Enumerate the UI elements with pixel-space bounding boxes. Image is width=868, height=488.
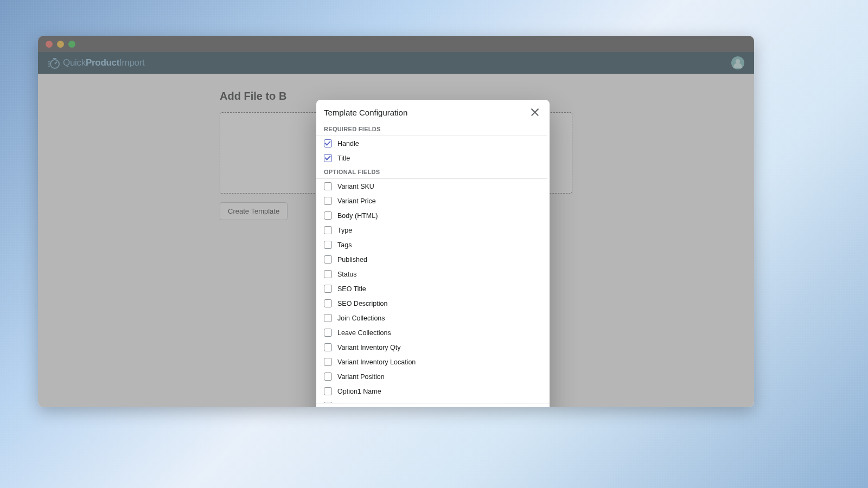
field-row[interactable]: Variant Inventory Qty xyxy=(316,340,547,355)
field-row[interactable]: Variant Position xyxy=(316,369,547,384)
field-row[interactable]: Status xyxy=(316,267,547,281)
field-row[interactable]: Handle xyxy=(316,136,547,151)
checkbox[interactable] xyxy=(324,182,332,190)
field-label: Variant Position xyxy=(337,373,385,381)
field-row[interactable]: Body (HTML) xyxy=(316,208,547,223)
field-label: Tags xyxy=(337,241,352,249)
field-label: Status xyxy=(337,271,356,278)
checkbox[interactable] xyxy=(324,314,332,322)
checkbox[interactable] xyxy=(324,402,332,403)
field-label: Handle xyxy=(337,140,359,147)
checkbox[interactable] xyxy=(324,299,332,307)
modal-body[interactable]: REQUIRED FIELDS HandleTitle OPTIONAL FIE… xyxy=(316,123,550,403)
field-label: Variant Inventory Location xyxy=(337,358,416,366)
field-label: Title xyxy=(337,155,350,162)
field-row[interactable]: Join Collections xyxy=(316,311,547,325)
checkbox[interactable] xyxy=(324,343,332,351)
checkbox[interactable] xyxy=(324,285,332,293)
field-row[interactable]: Variant Inventory Location xyxy=(316,355,547,369)
checkbox[interactable] xyxy=(324,139,332,147)
checkbox[interactable] xyxy=(324,154,332,162)
checkbox[interactable] xyxy=(324,270,332,278)
checkbox[interactable] xyxy=(324,211,332,220)
modal-footer: Select All Download Template xyxy=(316,403,550,407)
checkbox[interactable] xyxy=(324,387,332,395)
checkbox[interactable] xyxy=(324,255,332,264)
field-label: Published xyxy=(337,256,367,264)
field-label: Type xyxy=(337,227,352,234)
app-window: QuickProductImport Add File to B Create … xyxy=(38,36,754,407)
field-row[interactable]: Variant SKU xyxy=(316,179,547,194)
field-label: SEO Title xyxy=(337,285,366,293)
field-label: Variant Inventory Qty xyxy=(337,344,401,351)
field-label: Variant SKU xyxy=(337,183,374,190)
field-row[interactable]: Variant Price xyxy=(316,194,547,208)
checkbox[interactable] xyxy=(324,226,332,234)
field-label: Body (HTML) xyxy=(337,212,378,220)
template-config-modal: Template Configuration REQUIRED FIELDS H… xyxy=(316,100,550,407)
field-label: SEO Description xyxy=(337,300,387,307)
required-fields-label: REQUIRED FIELDS xyxy=(316,123,547,136)
optional-fields-label: OPTIONAL FIELDS xyxy=(316,165,547,179)
checkbox[interactable] xyxy=(324,329,332,337)
checkbox[interactable] xyxy=(324,373,332,381)
modal-title: Template Configuration xyxy=(324,108,407,117)
field-label: Leave Collections xyxy=(337,329,391,337)
checkbox[interactable] xyxy=(324,358,332,366)
field-row[interactable]: SEO Description xyxy=(316,296,547,311)
close-icon[interactable] xyxy=(530,107,540,117)
checkbox[interactable] xyxy=(324,197,332,205)
field-row[interactable]: Leave Collections xyxy=(316,325,547,340)
field-label: Option1 Name xyxy=(337,388,381,395)
field-row[interactable]: Tags xyxy=(316,237,547,252)
checkbox[interactable] xyxy=(324,241,332,249)
field-row[interactable]: Title xyxy=(316,151,547,165)
field-label: Join Collections xyxy=(337,314,385,322)
field-row[interactable]: SEO Title xyxy=(316,281,547,296)
modal-header: Template Configuration xyxy=(316,100,550,123)
field-label: Variant Price xyxy=(337,197,376,205)
field-row[interactable]: Type xyxy=(316,223,547,237)
field-row[interactable]: Option1 Value xyxy=(316,399,547,403)
field-row[interactable]: Option1 Name xyxy=(316,384,547,399)
field-row[interactable]: Published xyxy=(316,252,547,267)
